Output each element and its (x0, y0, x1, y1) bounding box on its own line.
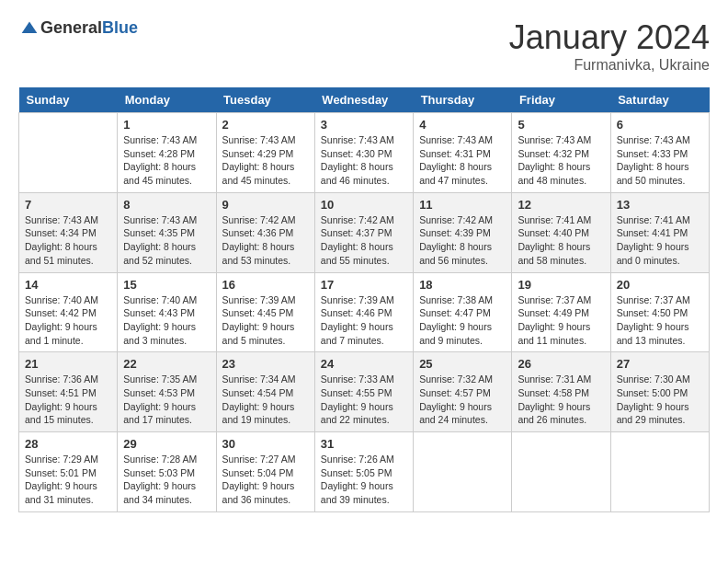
sunset-text: Sunset: 4:47 PM (419, 306, 506, 320)
date-number: 30 (222, 437, 309, 451)
sunrise-text: Sunrise: 7:26 AM (321, 453, 407, 466)
sunset-text: Sunset: 4:53 PM (123, 386, 210, 400)
location-title: Furmanivka, Ukraine (509, 57, 710, 74)
date-number: 16 (222, 278, 309, 292)
cell-content: Sunrise: 7:28 AM Sunset: 5:03 PM Dayligh… (123, 453, 210, 507)
date-number: 6 (617, 118, 703, 132)
sunset-text: Sunset: 4:43 PM (123, 306, 210, 320)
calendar-cell: 2 Sunrise: 7:43 AM Sunset: 4:29 PM Dayli… (216, 113, 314, 193)
daylight-text: Daylight: 8 hours and 56 minutes. (419, 240, 506, 267)
cell-content: Sunrise: 7:27 AM Sunset: 5:04 PM Dayligh… (222, 453, 309, 507)
cell-content: Sunrise: 7:42 AM Sunset: 4:39 PM Dayligh… (419, 213, 506, 268)
sunset-text: Sunset: 4:36 PM (222, 226, 309, 240)
sunset-text: Sunset: 4:54 PM (222, 386, 309, 400)
daylight-text: Daylight: 9 hours and 15 minutes. (25, 400, 111, 427)
sunrise-text: Sunrise: 7:43 AM (123, 213, 210, 227)
weekday-header-wednesday: Wednesday (314, 87, 413, 113)
date-number: 12 (518, 198, 604, 212)
calendar-cell: 16 Sunrise: 7:39 AM Sunset: 4:45 PM Dayl… (216, 272, 314, 352)
daylight-text: Daylight: 9 hours and 11 minutes. (518, 320, 604, 347)
calendar-cell: 8 Sunrise: 7:43 AM Sunset: 4:35 PM Dayli… (118, 192, 216, 272)
cell-content: Sunrise: 7:42 AM Sunset: 4:37 PM Dayligh… (321, 213, 407, 268)
cell-content: Sunrise: 7:39 AM Sunset: 4:46 PM Dayligh… (321, 293, 407, 348)
sunrise-text: Sunrise: 7:33 AM (321, 373, 407, 386)
calendar-cell: 28 Sunrise: 7:29 AM Sunset: 5:01 PM Dayl… (19, 432, 118, 512)
cell-content: Sunrise: 7:33 AM Sunset: 4:55 PM Dayligh… (321, 373, 407, 427)
calendar-cell: 1 Sunrise: 7:43 AM Sunset: 4:28 PM Dayli… (118, 113, 216, 193)
sunset-text: Sunset: 5:03 PM (123, 466, 210, 480)
calendar-cell: 21 Sunrise: 7:36 AM Sunset: 4:51 PM Dayl… (19, 352, 118, 432)
logo-icon (20, 19, 39, 38)
daylight-text: Daylight: 9 hours and 9 minutes. (419, 320, 506, 347)
calendar-cell: 29 Sunrise: 7:28 AM Sunset: 5:03 PM Dayl… (118, 432, 216, 512)
calendar-cell: 20 Sunrise: 7:37 AM Sunset: 4:50 PM Dayl… (610, 272, 709, 352)
sunrise-text: Sunrise: 7:40 AM (25, 293, 111, 307)
weekday-header-sunday: Sunday (19, 87, 118, 113)
daylight-text: Daylight: 9 hours and 39 minutes. (321, 479, 407, 506)
calendar-cell: 15 Sunrise: 7:40 AM Sunset: 4:43 PM Dayl… (118, 272, 216, 352)
date-number: 18 (419, 278, 506, 292)
daylight-text: Daylight: 9 hours and 29 minutes. (617, 400, 703, 427)
date-number: 14 (25, 278, 111, 292)
calendar-cell: 9 Sunrise: 7:42 AM Sunset: 4:36 PM Dayli… (216, 192, 314, 272)
sunset-text: Sunset: 5:00 PM (617, 386, 703, 400)
calendar-cell (610, 432, 709, 512)
calendar-cell (414, 432, 512, 512)
sunrise-text: Sunrise: 7:27 AM (222, 453, 309, 466)
daylight-text: Daylight: 8 hours and 46 minutes. (321, 160, 407, 187)
cell-content: Sunrise: 7:31 AM Sunset: 4:58 PM Dayligh… (518, 373, 604, 427)
sunset-text: Sunset: 4:57 PM (419, 386, 506, 400)
sunrise-text: Sunrise: 7:39 AM (222, 293, 309, 307)
sunset-text: Sunset: 4:40 PM (518, 226, 604, 240)
sunrise-text: Sunrise: 7:43 AM (617, 133, 703, 147)
sunset-text: Sunset: 4:37 PM (321, 226, 407, 240)
sunset-text: Sunset: 4:42 PM (25, 306, 111, 320)
cell-content: Sunrise: 7:41 AM Sunset: 4:41 PM Dayligh… (617, 213, 703, 268)
cell-content: Sunrise: 7:43 AM Sunset: 4:31 PM Dayligh… (419, 133, 506, 188)
date-number: 22 (123, 357, 210, 371)
date-number: 28 (25, 437, 111, 451)
date-number: 24 (321, 357, 407, 371)
sunset-text: Sunset: 4:50 PM (617, 306, 703, 320)
date-number: 4 (419, 118, 506, 132)
sunrise-text: Sunrise: 7:37 AM (617, 293, 703, 307)
sunrise-text: Sunrise: 7:29 AM (25, 453, 111, 466)
logo: GeneralBlue (18, 18, 138, 38)
calendar-cell: 22 Sunrise: 7:35 AM Sunset: 4:53 PM Dayl… (118, 352, 216, 432)
sunrise-text: Sunrise: 7:41 AM (518, 213, 604, 227)
sunrise-text: Sunrise: 7:43 AM (222, 133, 309, 147)
calendar-cell: 30 Sunrise: 7:27 AM Sunset: 5:04 PM Dayl… (216, 432, 314, 512)
cell-content: Sunrise: 7:43 AM Sunset: 4:28 PM Dayligh… (123, 133, 210, 188)
cell-content: Sunrise: 7:40 AM Sunset: 4:43 PM Dayligh… (123, 293, 210, 348)
calendar-cell: 11 Sunrise: 7:42 AM Sunset: 4:39 PM Dayl… (414, 192, 512, 272)
weekday-header-row: SundayMondayTuesdayWednesdayThursdayFrid… (19, 87, 710, 113)
calendar-cell (512, 432, 610, 512)
calendar-cell: 5 Sunrise: 7:43 AM Sunset: 4:32 PM Dayli… (512, 113, 610, 193)
sunrise-text: Sunrise: 7:34 AM (222, 373, 309, 386)
sunset-text: Sunset: 5:01 PM (25, 466, 111, 480)
sunrise-text: Sunrise: 7:40 AM (123, 293, 210, 307)
date-number: 19 (518, 278, 604, 292)
sunset-text: Sunset: 4:35 PM (123, 226, 210, 240)
daylight-text: Daylight: 9 hours and 22 minutes. (321, 400, 407, 427)
sunrise-text: Sunrise: 7:43 AM (123, 133, 210, 147)
daylight-text: Daylight: 9 hours and 13 minutes. (617, 320, 703, 347)
sunrise-text: Sunrise: 7:35 AM (123, 373, 210, 386)
cell-content: Sunrise: 7:37 AM Sunset: 4:49 PM Dayligh… (518, 293, 604, 348)
date-number: 20 (617, 278, 703, 292)
calendar-cell: 18 Sunrise: 7:38 AM Sunset: 4:47 PM Dayl… (414, 272, 512, 352)
daylight-text: Daylight: 9 hours and 7 minutes. (321, 320, 407, 347)
daylight-text: Daylight: 9 hours and 3 minutes. (123, 320, 210, 347)
cell-content: Sunrise: 7:34 AM Sunset: 4:54 PM Dayligh… (222, 373, 309, 427)
sunrise-text: Sunrise: 7:43 AM (518, 133, 604, 147)
date-number: 9 (222, 198, 309, 212)
cell-content: Sunrise: 7:43 AM Sunset: 4:29 PM Dayligh… (222, 133, 309, 188)
daylight-text: Daylight: 9 hours and 1 minute. (25, 320, 111, 347)
date-number: 26 (518, 357, 604, 371)
sunrise-text: Sunrise: 7:30 AM (617, 373, 703, 386)
cell-content: Sunrise: 7:37 AM Sunset: 4:50 PM Dayligh… (617, 293, 703, 348)
date-number: 21 (25, 357, 111, 371)
sunrise-text: Sunrise: 7:31 AM (518, 373, 604, 386)
sunset-text: Sunset: 5:04 PM (222, 466, 309, 480)
calendar-week-row: 7 Sunrise: 7:43 AM Sunset: 4:34 PM Dayli… (19, 192, 710, 272)
